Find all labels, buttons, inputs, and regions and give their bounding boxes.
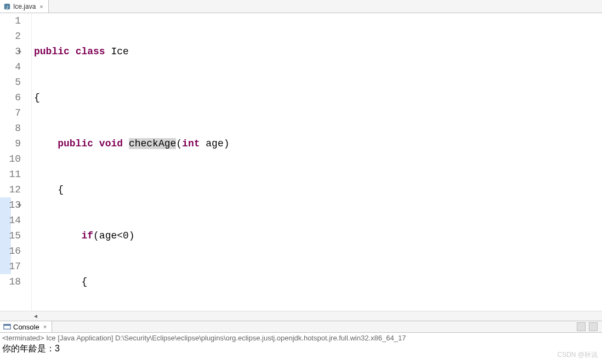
watermark: CSDN @秋说 xyxy=(557,350,598,360)
console-toolbar xyxy=(52,322,602,331)
console-tab[interactable]: Console × xyxy=(0,321,52,332)
java-file-icon: J xyxy=(3,3,11,10)
line-number: 1 xyxy=(0,13,21,29)
line-number: 3 xyxy=(0,44,21,59)
code-line: if(age<0) xyxy=(34,228,602,243)
program-output: 你的年龄是：3 xyxy=(2,343,600,355)
line-number: 11 xyxy=(0,167,21,182)
editor-tab-bar: J Ice.java × xyxy=(0,0,602,13)
toolbar-button[interactable] xyxy=(577,322,586,331)
termination-status: <terminated> Ice [Java Application] D:\S… xyxy=(2,334,600,342)
editor-tab-ice[interactable]: J Ice.java × xyxy=(0,0,49,13)
code-line: { xyxy=(34,182,602,197)
code-line: public class Ice xyxy=(34,44,602,59)
line-number: 15 xyxy=(0,228,21,243)
line-number: 9 xyxy=(0,136,21,151)
console-tab-bar: Console × xyxy=(0,321,602,333)
line-number: 12 xyxy=(0,182,21,197)
console-icon xyxy=(3,323,11,331)
horizontal-scrollbar[interactable]: ◄ xyxy=(0,311,602,321)
line-number: 10 xyxy=(0,151,21,167)
line-number: 5 xyxy=(0,75,21,90)
line-number: 17 xyxy=(0,259,21,274)
svg-text:J: J xyxy=(6,4,8,9)
close-icon[interactable]: × xyxy=(38,3,44,10)
svg-rect-3 xyxy=(4,325,10,326)
line-number: 16 xyxy=(0,243,21,259)
line-number: 7 xyxy=(0,105,21,121)
line-number: 18 xyxy=(0,274,21,289)
line-gutter: 1 2 3 4 5 6 7 8 9 10 11 12 13 14 15 16 1… xyxy=(0,13,24,311)
code-line: { xyxy=(34,90,602,105)
code-editor[interactable]: 1 2 3 4 5 6 7 8 9 10 11 12 13 14 15 16 1… xyxy=(0,13,602,311)
line-number: 14 xyxy=(0,213,21,228)
line-number: 4 xyxy=(0,59,21,75)
line-number: 13 xyxy=(0,197,21,213)
line-number: 6 xyxy=(0,90,21,105)
close-icon[interactable]: × xyxy=(42,323,48,330)
console-output[interactable]: <terminated> Ice [Java Application] D:\S… xyxy=(0,333,602,356)
line-number: 2 xyxy=(0,29,21,44)
console-tab-label: Console xyxy=(13,323,39,331)
fold-strip xyxy=(24,13,32,311)
tab-label: Ice.java xyxy=(13,3,36,10)
code-line: { xyxy=(34,274,602,289)
code-content[interactable]: public class Ice { public void checkAge(… xyxy=(32,13,602,311)
toolbar-button[interactable] xyxy=(589,322,598,331)
code-line: public void checkAge(int age) xyxy=(34,136,602,151)
line-number: 8 xyxy=(0,121,21,136)
scroll-left-icon[interactable]: ◄ xyxy=(0,313,38,319)
